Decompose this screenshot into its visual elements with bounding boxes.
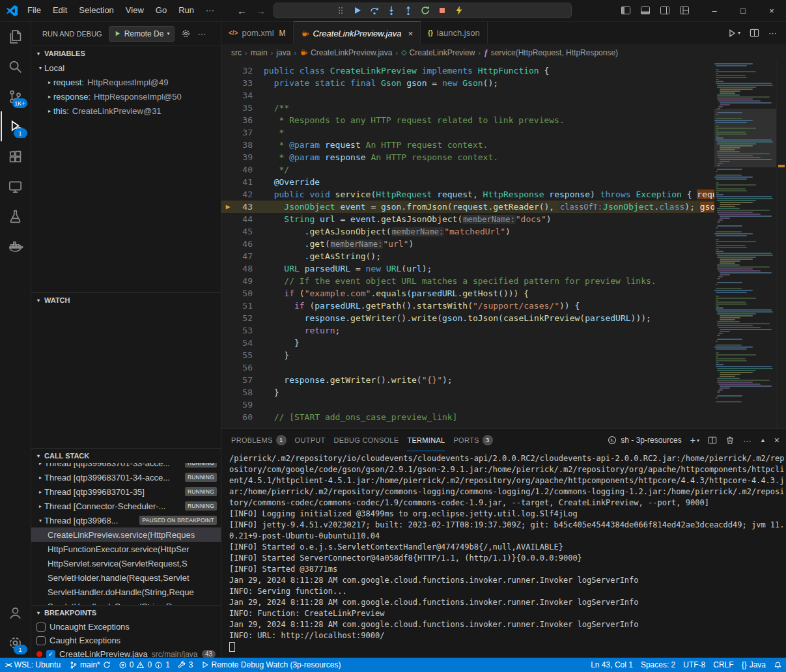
stack-frame-row[interactable]: ServletHandler.doScope(String,Reque: [31, 599, 221, 605]
window-maximize-button[interactable]: □: [729, 0, 757, 21]
breadcrumb-item[interactable]: ◇CreateLinkPreview: [401, 48, 475, 57]
debug-restart-button[interactable]: [419, 4, 432, 17]
activity-remote-explorer-icon[interactable]: [1, 171, 31, 201]
terminal-selector[interactable]: sh - 3p-resources: [608, 436, 681, 445]
problems-indicator[interactable]: 0 0 1: [115, 658, 174, 672]
breakpoint-checkbox[interactable]: [36, 636, 46, 645]
panel-tab-debug-console[interactable]: DEBUG CONSOLE: [334, 429, 399, 451]
activity-run-debug-icon[interactable]: 1: [1, 111, 31, 141]
variables-scope-row[interactable]: ▾Local: [31, 61, 221, 75]
breakpoint-checkbox[interactable]: [36, 623, 46, 632]
thread-row[interactable]: ▸Thread [qtp399683701-33-acce...RUNNING: [31, 463, 221, 470]
remote-indicator[interactable]: >< WSL: Ubuntu: [0, 658, 66, 672]
hot-code-replace-button[interactable]: [453, 4, 466, 17]
nav-forward-button[interactable]: →: [256, 5, 266, 16]
activity-search-icon[interactable]: [1, 51, 31, 81]
toolbar-grip-icon[interactable]: [334, 4, 347, 17]
variable-row[interactable]: ▸request:HttpRequestImpl@49: [31, 75, 221, 89]
split-terminal-icon[interactable]: [708, 436, 717, 445]
debug-settings-gear-icon[interactable]: [181, 29, 191, 38]
call-stack-section-header[interactable]: ▾ CALL STACK: [31, 449, 221, 463]
stack-frame-row[interactable]: HttpServlet.service(ServletRequest,S: [31, 556, 221, 570]
thread-row[interactable]: ▾Thread [qtp39968...PAUSED ON BREAKPOINT: [31, 513, 221, 527]
launch-config-dropdown[interactable]: Remote De ▾: [109, 26, 175, 42]
nav-back-button[interactable]: ←: [237, 5, 247, 16]
menu-file[interactable]: File: [21, 5, 47, 15]
terminal-output[interactable]: /pierrick/.m2/repository/io/cloudevents/…: [221, 451, 786, 658]
debug-continue-button[interactable]: [351, 4, 364, 17]
debug-step-into-button[interactable]: [385, 4, 398, 17]
breadcrumb-item[interactable]: java: [276, 48, 290, 57]
panel-tab-ports[interactable]: PORTS3: [453, 429, 492, 451]
breadcrumb-item[interactable]: src: [231, 48, 242, 57]
menu-overflow-icon[interactable]: ···: [200, 5, 220, 15]
kill-terminal-icon[interactable]: [725, 436, 735, 445]
accounts-icon[interactable]: [1, 598, 31, 628]
tab-CreateLinkPreview.java[interactable]: CreateLinkPreview.java×: [294, 21, 421, 44]
thread-row[interactable]: ▸Thread [qtp399683701-35]RUNNING: [31, 484, 221, 499]
panel-tab-terminal[interactable]: TERMINAL: [407, 429, 445, 451]
breakpoint-row[interactable]: ✓CreateLinkPreview.javasrc/main/java43: [31, 647, 221, 658]
editor-more-actions-icon[interactable]: ···: [768, 28, 777, 38]
close-tab-icon[interactable]: ×: [408, 29, 413, 38]
breadcrumb-item[interactable]: main: [251, 48, 268, 57]
activity-testing-icon[interactable]: [1, 201, 31, 231]
watch-section-header[interactable]: ▾ WATCH: [31, 293, 221, 307]
breakpoints-section-header[interactable]: ▾ BREAKPOINTS: [31, 606, 221, 620]
breakpoint-row[interactable]: Uncaught Exceptions: [31, 620, 221, 634]
thread-row[interactable]: ▸Thread [Connector-Scheduler-...RUNNING: [31, 499, 221, 513]
running-tasks-indicator[interactable]: 3: [174, 658, 197, 672]
window-minimize-button[interactable]: –: [700, 0, 729, 21]
window-close-button[interactable]: ×: [757, 0, 786, 21]
toggle-sidebar-icon[interactable]: [621, 5, 631, 16]
debug-step-out-button[interactable]: [402, 4, 415, 17]
stack-frame-row[interactable]: HttpFunctionExecutor.service(HttpSer: [31, 542, 221, 556]
minimap[interactable]: [714, 61, 777, 428]
settings-gear-icon[interactable]: 1: [1, 628, 31, 658]
editor-scrollbar[interactable]: [776, 61, 786, 428]
cursor-position-indicator[interactable]: Ln 43, Col 1: [587, 658, 637, 672]
eol-indicator[interactable]: CRLF: [709, 658, 737, 672]
panel-tab-problems[interactable]: PROBLEMS1: [231, 429, 287, 451]
tab-pom.xml[interactable]: </>pom.xmlM: [221, 21, 294, 44]
menu-selection[interactable]: Selection: [73, 5, 119, 15]
menu-go[interactable]: Go: [150, 5, 173, 15]
breakpoint-row[interactable]: Caught Exceptions: [31, 634, 221, 647]
split-editor-icon[interactable]: [750, 28, 759, 38]
code-editor[interactable]: 32public class CreateLinkPreview impleme…: [221, 61, 786, 428]
thread-row[interactable]: ▸Thread [qtp399683701-34-acce...RUNNING: [31, 470, 221, 484]
activity-source-control-icon[interactable]: 1K+: [1, 81, 31, 111]
debug-step-over-button[interactable]: [368, 4, 381, 17]
activity-docker-icon[interactable]: [1, 231, 31, 261]
breakpoint-checkbox[interactable]: ✓: [46, 650, 55, 658]
breadcrumb-item[interactable]: ƒservice(HttpRequest, HttpResponse): [484, 48, 618, 57]
sidebar-more-actions-icon[interactable]: ···: [197, 29, 206, 38]
menu-run[interactable]: Run: [173, 5, 200, 15]
encoding-indicator[interactable]: UTF-8: [679, 658, 709, 672]
close-panel-icon[interactable]: ×: [774, 435, 779, 445]
debug-stop-button[interactable]: [436, 4, 449, 17]
notifications-bell-icon[interactable]: [770, 658, 786, 672]
toggle-secondary-sidebar-icon[interactable]: [660, 5, 670, 16]
activity-extensions-icon[interactable]: [1, 141, 31, 171]
tab-launch.json[interactable]: {}launch.json: [421, 21, 488, 44]
language-mode-indicator[interactable]: {} Java: [738, 658, 770, 672]
stack-frame-row[interactable]: ServletHolder.handle(Request,Servlet: [31, 570, 221, 585]
debug-session-indicator[interactable]: Remote Debug Watch (3p-resources): [197, 658, 345, 672]
activity-explorer-icon[interactable]: [1, 21, 31, 51]
new-terminal-button[interactable]: +▾: [690, 435, 699, 445]
variable-row[interactable]: ▸this:CreateLinkPreview@31: [31, 104, 221, 118]
breadcrumb-item[interactable]: CreateLinkPreview.java: [300, 48, 392, 57]
variable-row[interactable]: ▸response:HttpResponseImpl@50: [31, 89, 221, 104]
variables-section-header[interactable]: ▾ VARIABLES: [31, 46, 221, 61]
customize-layout-icon[interactable]: [679, 5, 690, 16]
run-java-button[interactable]: ▾: [727, 29, 740, 38]
stack-frame-row[interactable]: CreateLinkPreview.service(HttpReques: [31, 527, 221, 542]
panel-more-actions-icon[interactable]: ···: [743, 436, 751, 445]
menu-view[interactable]: View: [120, 5, 150, 15]
panel-tab-output[interactable]: OUTPUT: [295, 429, 326, 451]
stack-frame-row[interactable]: ServletHandler.doHandle(String,Reque: [31, 585, 221, 599]
toggle-panel-icon[interactable]: [640, 5, 651, 16]
indentation-indicator[interactable]: Spaces: 2: [637, 658, 679, 672]
git-branch-indicator[interactable]: main*: [66, 658, 115, 672]
